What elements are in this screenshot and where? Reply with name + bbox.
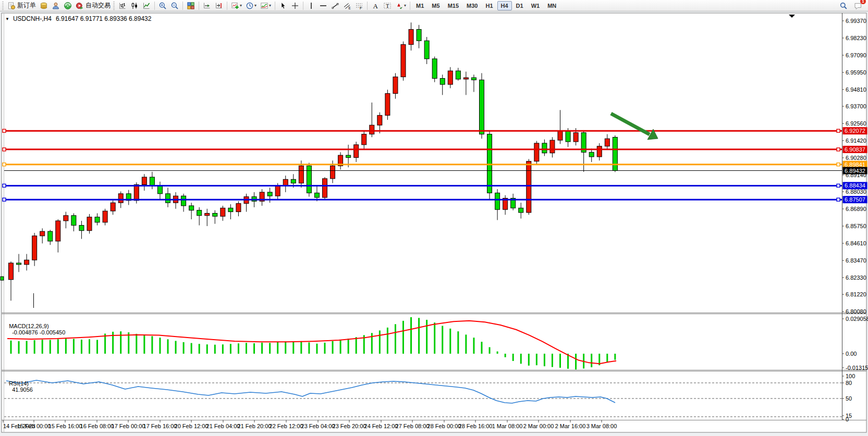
bull-candle <box>605 139 609 146</box>
templates-button[interactable]: ▾ <box>259 0 273 11</box>
chart-title-collapse-icon[interactable]: ▼ <box>5 17 9 21</box>
auto-scroll-icon <box>203 2 211 10</box>
macd-bar <box>379 330 381 354</box>
macd-bar <box>559 354 561 368</box>
timeframe-button-m30[interactable]: M30 <box>463 1 481 10</box>
macd-bar <box>73 339 75 354</box>
toolbar-separator <box>367 2 368 10</box>
price-tick-label: 6.95950 <box>846 69 866 76</box>
arrows-button[interactable]: ▾ <box>394 0 408 11</box>
timeframe-button-m5[interactable]: M5 <box>428 1 443 10</box>
chart-shift-button[interactable] <box>213 0 225 11</box>
timeframe-button-h4[interactable]: H4 <box>497 1 512 10</box>
auto-scroll-button[interactable] <box>201 0 213 11</box>
timeframe-button-w1[interactable]: W1 <box>528 1 544 10</box>
macd-bar <box>26 341 28 354</box>
bull-candle <box>377 115 382 125</box>
search-icon <box>839 2 848 10</box>
bear-candle <box>307 166 311 193</box>
macd-bar <box>395 324 396 354</box>
macd-bar <box>505 354 506 357</box>
timeframe-button-mn[interactable]: MN <box>544 1 560 10</box>
add-indicator-icon <box>231 2 239 10</box>
trendline-button[interactable] <box>329 0 341 11</box>
macd-bar <box>292 342 294 354</box>
trendline-icon <box>331 2 339 10</box>
signal-button[interactable] <box>62 0 74 11</box>
bear-candle <box>48 231 53 241</box>
bull-candle <box>534 143 539 161</box>
time-tick-label: 23 Feb 04:00 <box>301 423 335 429</box>
time-tick-label: 15 Feb 16:00 <box>48 423 82 429</box>
timeframe-button-m1[interactable]: M1 <box>412 1 427 10</box>
bull-candle <box>448 71 453 84</box>
bear-candle <box>440 79 445 85</box>
timeframe-button-m15[interactable]: M15 <box>444 1 462 10</box>
bull-candle <box>354 145 359 158</box>
timeframe-button-d1[interactable]: D1 <box>512 1 527 10</box>
macd-bar <box>575 354 577 369</box>
vertical-line-button[interactable] <box>305 0 317 11</box>
bull-candle <box>142 177 146 184</box>
auto-trading-button[interactable]: 自动交易 <box>74 0 112 11</box>
timeframe-button-h1[interactable]: H1 <box>482 1 496 10</box>
rsi-name: RSI(14) <box>9 380 29 387</box>
text-button[interactable]: A <box>370 0 381 11</box>
bear-candle <box>150 177 154 185</box>
toolbar-separator <box>275 2 275 10</box>
auto-trading-label: 自动交易 <box>85 1 111 10</box>
search-button[interactable] <box>838 0 849 11</box>
macd-bar <box>528 354 530 366</box>
macd-bar <box>269 343 271 354</box>
bull-candle <box>393 77 398 94</box>
time-tick-label: 22 Feb 12:00 <box>270 423 303 429</box>
macd-bar <box>136 334 137 354</box>
macd-bar <box>300 341 302 354</box>
periods-button[interactable]: ▾ <box>244 0 258 11</box>
price-badge-label: 6.92072 <box>845 128 865 134</box>
tile-windows-button[interactable] <box>185 0 197 11</box>
time-tick-label: 28 Feb 16:00 <box>459 423 493 429</box>
toolbar-separator <box>199 2 199 10</box>
bear-candle <box>542 143 547 153</box>
chart-candles-button[interactable] <box>129 0 140 11</box>
macd-bar <box>50 340 51 354</box>
profile-button[interactable] <box>50 0 62 11</box>
horizontal-line-button[interactable] <box>317 0 329 11</box>
chart-bars-button[interactable] <box>117 0 128 11</box>
text-label-button[interactable]: T <box>382 0 393 11</box>
fibonacci-button[interactable]: F <box>353 0 365 11</box>
bear-candle <box>487 134 492 193</box>
svg-text:E: E <box>349 6 351 9</box>
time-tick-label: 28 Feb 00:00 <box>427 423 461 429</box>
zoom-in-button[interactable] <box>157 0 168 11</box>
crosshair-button[interactable] <box>289 0 301 11</box>
macd-bar <box>489 347 491 354</box>
bull-candle <box>370 125 374 134</box>
auto-trading-icon <box>76 2 84 10</box>
toolbar-grip <box>113 2 115 10</box>
chat-button[interactable]: 1 <box>852 0 864 11</box>
chart-line-button[interactable] <box>141 0 152 11</box>
bear-candle <box>291 179 296 183</box>
line-handle <box>837 163 840 166</box>
chart-symbol-period: USDCNH-,H4 <box>13 15 52 22</box>
macd-bar <box>42 340 43 354</box>
cursor-button[interactable] <box>277 0 289 11</box>
macd-bar <box>159 338 161 354</box>
new-order-button[interactable]: 新订单 <box>6 0 38 11</box>
chat-badge: 1 <box>860 0 866 4</box>
macd-bar <box>261 343 263 354</box>
bull-candle <box>9 263 14 280</box>
dropdown-caret-icon: ▾ <box>240 3 242 8</box>
chart-area[interactable]: 6.993706.982306.970906.959506.948106.937… <box>0 11 868 436</box>
bear-candle <box>95 217 100 222</box>
macd-bar <box>614 354 616 360</box>
bear-candle <box>456 71 460 79</box>
gold-button[interactable] <box>38 0 50 11</box>
add-indicator-button[interactable]: ▾ <box>229 0 243 11</box>
bear-candle <box>495 193 500 209</box>
zoom-out-button[interactable] <box>169 0 180 11</box>
toolbar-separator <box>303 2 303 10</box>
channel-button[interactable]: E <box>341 0 353 11</box>
